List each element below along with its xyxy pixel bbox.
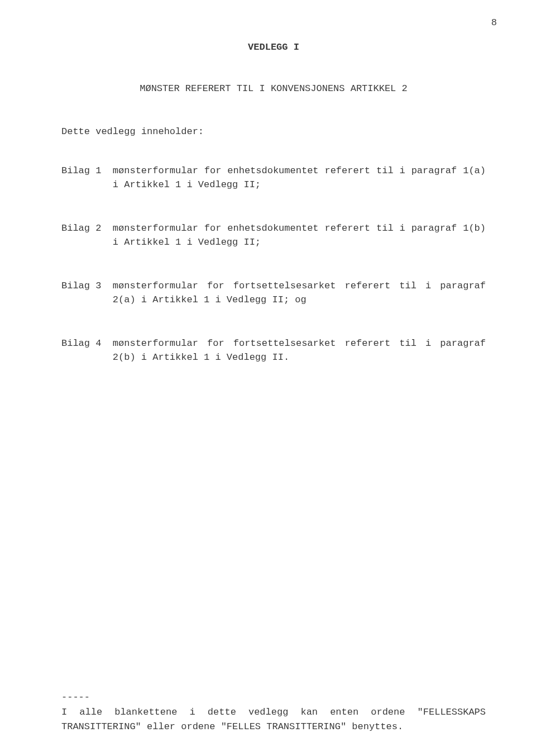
- bilag-1-label: Bilag 1: [61, 164, 113, 178]
- document-subtitle: MØNSTER REFERERT TIL I KONVENSJONENS ART…: [61, 82, 486, 96]
- page-number: 8: [491, 16, 497, 30]
- bilag-1-text: mønsterformular for enhetsdokumentet ref…: [113, 164, 486, 192]
- bilag-3: Bilag 3 mønsterformular for fortsettelse…: [61, 279, 486, 307]
- bilag-1: Bilag 1 mønsterformular for enhetsdokume…: [61, 164, 486, 192]
- bilag-2-label: Bilag 2: [61, 221, 113, 236]
- bilag-3-text: mønsterformular for fortsettelsesarket r…: [113, 279, 486, 307]
- bilag-4: Bilag 4 mønsterformular for fortsettelse…: [61, 336, 486, 365]
- bilag-2: Bilag 2 mønsterformular for enhetsdokume…: [61, 221, 486, 250]
- footnote-dashes: -----: [61, 690, 486, 705]
- footnote-text: I alle blankettene i dette vedlegg kan e…: [61, 705, 486, 734]
- intro-text: Dette vedlegg inneholder:: [61, 125, 486, 139]
- document-title: VEDLEGG I: [61, 40, 486, 55]
- bilag-4-label: Bilag 4: [61, 336, 113, 351]
- bilag-4-text: mønsterformular for fortsettelsesarket r…: [113, 336, 486, 365]
- bilag-3-label: Bilag 3: [61, 279, 113, 293]
- bilag-2-text: mønsterformular for enhetsdokumentet ref…: [113, 221, 486, 250]
- footnote: ----- I alle blankettene i dette vedlegg…: [61, 690, 486, 734]
